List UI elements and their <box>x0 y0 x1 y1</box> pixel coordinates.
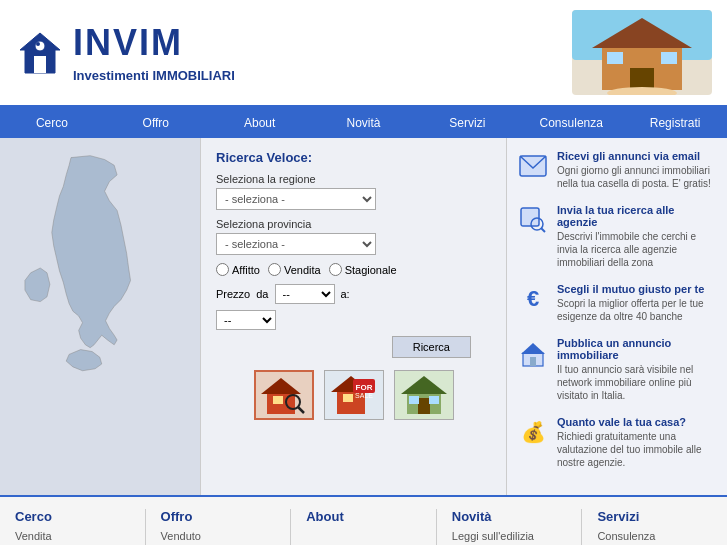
svg-rect-34 <box>530 357 536 366</box>
radio-stagionale[interactable]: Stagionale <box>329 263 397 276</box>
type-radio-group: Affitto Vendita Stagionale <box>216 263 491 276</box>
service-email-title[interactable]: Ricevi gli annunci via email <box>557 150 717 162</box>
svg-rect-19 <box>343 394 353 402</box>
header: INVIM Investimenti IMMOBILIARI <box>0 0 727 108</box>
province-row: Seleziona provincia - seleziona - <box>216 218 491 255</box>
radio-vendita-input[interactable] <box>268 263 281 276</box>
header-house-image <box>572 10 712 95</box>
svg-point-3 <box>36 42 40 46</box>
main-nav: Cerco Offro About Novità Servizi Consule… <box>0 108 727 138</box>
search-title: Ricerca Veloce: <box>216 150 491 165</box>
nav-cerco[interactable]: Cerco <box>0 108 104 138</box>
service-email: Ricevi gli annunci via email Ogni giorno… <box>517 150 717 190</box>
service-search: Invia la tua ricerca alle agenzie Descri… <box>517 204 717 269</box>
svg-rect-29 <box>521 208 539 226</box>
valuta-icon: 💰 <box>517 416 549 448</box>
footer-offro-title[interactable]: Offro <box>161 509 276 524</box>
nav-consulenza[interactable]: Consulenza <box>519 108 623 138</box>
svg-line-16 <box>298 407 304 413</box>
svg-point-2 <box>35 41 45 51</box>
logo-area: INVIM Investimenti IMMOBILIARI <box>15 22 572 83</box>
search-house-icon[interactable] <box>254 370 314 420</box>
svg-rect-9 <box>607 52 623 64</box>
svg-rect-14 <box>273 396 283 404</box>
footer-servizi: Servizi Consulenza Registrati <box>582 509 727 545</box>
services-panel: Ricevi gli annunci via email Ogni giorno… <box>507 138 727 495</box>
main-content: Ricerca Veloce: Seleziona la regione - s… <box>0 138 727 495</box>
radio-vendita[interactable]: Vendita <box>268 263 321 276</box>
region-select[interactable]: - seleziona - <box>216 188 376 210</box>
footer-consulenza[interactable]: Consulenza <box>597 528 712 545</box>
search-button[interactable]: Ricerca <box>392 336 471 358</box>
footer-cerco-vendita[interactable]: Vendita <box>15 528 130 545</box>
logo-subtitle: Investimenti IMMOBILIARI <box>73 68 235 83</box>
radio-affitto-input[interactable] <box>216 263 229 276</box>
footer-servizi-title[interactable]: Servizi <box>597 509 712 524</box>
euro-icon: € <box>517 283 549 315</box>
footer-about: About <box>291 509 437 545</box>
radio-stagionale-input[interactable] <box>329 263 342 276</box>
logo-subtitle-bold: IMMOBILIARI <box>152 68 234 83</box>
region-row: Seleziona la regione - seleziona - <box>216 173 491 210</box>
a-label: a: <box>341 288 350 300</box>
service-search-desc: Descrivi l'immobile che cerchi e invia l… <box>557 230 717 269</box>
svg-line-31 <box>541 228 545 232</box>
da-label: da <box>256 288 268 300</box>
svg-rect-8 <box>630 68 654 90</box>
svg-rect-26 <box>409 396 419 404</box>
service-search-text: Invia la tua ricerca alle agenzie Descri… <box>557 204 717 269</box>
price-from-select[interactable]: -- <box>275 284 335 304</box>
svg-rect-25 <box>418 398 430 414</box>
footer-novita-link1[interactable]: Leggi sull'edilizia <box>452 528 567 545</box>
logo-subtitle-pre: Investimenti <box>73 68 152 83</box>
service-pubblica-title[interactable]: Pubblica un annuncio immobiliare <box>557 337 717 361</box>
radio-stagionale-label: Stagionale <box>345 264 397 276</box>
house-icon[interactable] <box>394 370 454 420</box>
nav-offro[interactable]: Offro <box>104 108 208 138</box>
province-label: Seleziona provincia <box>216 218 491 230</box>
svg-rect-1 <box>34 56 46 73</box>
service-email-text: Ricevi gli annunci via email Ogni giorno… <box>557 150 717 190</box>
svg-text:SALE: SALE <box>355 392 373 399</box>
for-sale-icon[interactable]: FOR SALE <box>324 370 384 420</box>
service-pubblica-desc: Il tuo annuncio sarà visibile nel networ… <box>557 363 717 402</box>
svg-marker-33 <box>521 343 545 354</box>
service-search-title[interactable]: Invia la tua ricerca alle agenzie <box>557 204 717 228</box>
service-mutuo-title[interactable]: Scegli il mutuo giusto per te <box>557 283 717 295</box>
province-select[interactable]: - seleziona - <box>216 233 376 255</box>
radio-affitto[interactable]: Affitto <box>216 263 260 276</box>
service-mutuo: € Scegli il mutuo giusto per te Scopri l… <box>517 283 717 323</box>
radio-vendita-label: Vendita <box>284 264 321 276</box>
prezzo-label: Prezzo <box>216 288 250 300</box>
region-label: Seleziona la regione <box>216 173 491 185</box>
nav-registrati[interactable]: Registrati <box>623 108 727 138</box>
search-agency-icon <box>517 204 549 236</box>
footer-novita-title[interactable]: Novità <box>452 509 567 524</box>
svg-marker-24 <box>401 376 447 394</box>
service-valuta-desc: Richiedi gratuitamente una valutazione d… <box>557 430 717 469</box>
footer-nav: Cerco Vendita Affitto Offro Venduto Affi… <box>0 495 727 545</box>
footer-offro: Offro Venduto Affitto <box>146 509 292 545</box>
footer-cerco-title[interactable]: Cerco <box>15 509 130 524</box>
italy-map-panel <box>0 138 200 495</box>
radio-affitto-label: Affitto <box>232 264 260 276</box>
nav-servizi[interactable]: Servizi <box>415 108 519 138</box>
footer-offro-venduto[interactable]: Venduto <box>161 528 276 545</box>
publish-house-icon <box>517 337 549 369</box>
service-valuta-text: Quanto vale la tua casa? Richiedi gratui… <box>557 416 717 469</box>
nav-about[interactable]: About <box>208 108 312 138</box>
bottom-icons: FOR SALE <box>216 370 491 420</box>
service-valuta-title[interactable]: Quanto vale la tua casa? <box>557 416 717 428</box>
svg-rect-10 <box>661 52 677 64</box>
nav-novita[interactable]: Novità <box>312 108 416 138</box>
svg-text:FOR: FOR <box>355 383 372 392</box>
service-valuta: 💰 Quanto vale la tua casa? Richiedi grat… <box>517 416 717 469</box>
search-panel: Ricerca Veloce: Seleziona la regione - s… <box>200 138 507 495</box>
service-mutuo-text: Scegli il mutuo giusto per te Scopri la … <box>557 283 717 323</box>
logo-icon <box>15 28 65 78</box>
service-mutuo-desc: Scopri la miglior offerta per le tue esi… <box>557 297 717 323</box>
svg-rect-27 <box>429 396 439 404</box>
price-to-select[interactable]: -- <box>216 310 276 330</box>
footer-about-title[interactable]: About <box>306 509 421 524</box>
email-icon <box>517 150 549 182</box>
